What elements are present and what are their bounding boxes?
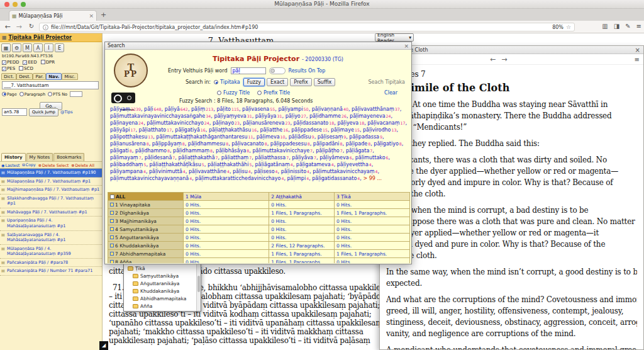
search-result-word[interactable]: pāḷiyaṃ2239 (110, 106, 141, 112)
search-result-word[interactable]: pāḷiyo27 (286, 113, 306, 119)
history-item[interactable]: Majjhimapaṇṇāsa Pāḷi / 7. Vatthasuttaṃ #… (0, 186, 102, 195)
result-book-cell[interactable]: 2 Dīghanikāya (108, 209, 184, 217)
search-result-word[interactable]: pāḷiatthassa7 (255, 155, 289, 161)
search-result-word[interactable]: pāḷidesanā7 (145, 155, 175, 161)
result-hits-cell[interactable]: 0 Hits. (184, 242, 269, 250)
scrollbar-thumb[interactable] (197, 276, 200, 292)
result-hits-cell[interactable]: 1 Files, 1 Paragraphs. (334, 250, 409, 258)
book-checkbox[interactable] (110, 219, 114, 223)
search-result-word[interactable]: pāḷiaṭṭhakathā7 (178, 155, 218, 161)
more-results-link[interactable]: > 99 ... (363, 176, 382, 181)
copy-button[interactable]: ⧉Copy (22, 162, 35, 167)
forward-button[interactable]: → (14, 23, 24, 31)
result-hits-cell[interactable]: 0 Hits. (184, 225, 269, 234)
column-header[interactable]: 3 Ṭīkā (334, 193, 409, 201)
result-book-cell[interactable]: 4 Samyuttanikāya (108, 225, 184, 234)
search-result-word[interactable]: pāḷidassanato18 (294, 120, 335, 126)
result-hits-cell[interactable]: 0 Hits. (184, 234, 269, 242)
book-checkbox[interactable] (110, 260, 114, 264)
sidebar-toggle-icon[interactable]: ◨ (614, 23, 619, 30)
history-item[interactable]: Sīlakkhandhavagga Pāḷi / 7. Vatthasuttaṃ… (0, 195, 102, 208)
search-result-word[interactable]: pāḷiyāva7 (292, 155, 316, 161)
search-result-word[interactable]: pāḷimuttakavinicchaye7 (252, 148, 313, 154)
sidebar-tab-nav[interactable]: Nav. (46, 73, 62, 80)
exact-button[interactable]: Exact (267, 78, 288, 86)
radio-paragraph[interactable]: Paragraph (19, 92, 45, 97)
tree-item[interactable]: Saṃyuttanikāya (124, 272, 201, 279)
search-result-word[interactable]: pāḷipadāni8 (313, 141, 343, 147)
sidebar-tab-dict[interactable]: Dict. (1, 73, 16, 80)
search-result-word[interactable]: pāḷimuttakaṭṭhakathāganthantaresu11 (156, 134, 253, 140)
history-item[interactable]: Mūlapaṇṇāsa Pāḷi / 4. Mahāsaḷāyatanasutt… (0, 245, 102, 259)
reload-button[interactable]: ↻ (26, 23, 36, 30)
tree-item[interactable]: Aṅguttaranikāya (124, 279, 201, 287)
window-minimize-button[interactable] (13, 2, 18, 7)
scope-tipitaka-radio[interactable]: Tipitaka (214, 79, 240, 85)
tab-close-icon[interactable]: × (89, 13, 94, 19)
history-item[interactable]: Saḷāyatanavagga Pāḷi / 4. Mahāsaḷāyatana… (0, 231, 102, 245)
search-result-word[interactable]: pāḷinayena24 (110, 120, 143, 126)
prefix-button[interactable]: Prefix (290, 78, 312, 86)
tree-item[interactable]: Khuddakanikāya (124, 287, 201, 295)
search-result-word[interactable]: pāḷidhammesu8 (188, 141, 228, 147)
pts-number-input[interactable] (70, 91, 82, 97)
checkbox-pedd[interactable]: ✓PEDD (2, 60, 19, 65)
search-result-word[interactable]: pāḷidhammo8 (135, 148, 170, 154)
bookmark-star-icon[interactable]: ☆ (566, 24, 571, 30)
result-hits-cell[interactable]: 0 Hits. (269, 225, 335, 234)
address-bar[interactable]: i file:///mnt/Data/Git/Tipitaka-Pali-Pro… (39, 23, 575, 31)
search-result-word[interactable]: pāḷivaṇṇanā40 (312, 106, 348, 112)
panel-tab-bookmarks[interactable]: Bookmarks (53, 153, 84, 161)
checkbox-scd[interactable]: SCD (19, 66, 33, 71)
search-result-word[interactable]: pāḷippāyaṃ8 (152, 141, 185, 147)
search-result-word[interactable]: pāḷidhammaṃ8 (173, 148, 213, 154)
search-result-word[interactable]: pāḷianusāreneva23 (243, 120, 290, 126)
result-hits-cell[interactable]: 0 Hits. (269, 201, 335, 209)
result-book-cell[interactable]: 7 Abhidhammapitaka (108, 250, 184, 258)
search-result-word[interactable]: pāḷimuttakavinicchayaṃ4 (313, 169, 377, 174)
checkbox-dpr[interactable]: DPR (41, 60, 55, 65)
window-zoom-button[interactable] (21, 2, 26, 7)
menu-icon[interactable]: ≡ (635, 56, 640, 63)
search-result-word[interactable]: pāḷiaṭṭhakathāhi5 (208, 162, 252, 167)
radio-pts-no[interactable]: PTS No (48, 92, 67, 97)
result-hits-cell[interactable]: 1 Files, 1 Paragraphs. (269, 250, 335, 258)
search-result-word[interactable]: pāḷiṃ213 (191, 106, 213, 112)
search-result-word[interactable]: pāḷivacanato8 (231, 141, 267, 147)
history-item[interactable]: Mūlapaṇṇāsa Pāḷi / 7. Vatthasuttaṃ #p190 (0, 169, 102, 178)
suffix-button[interactable]: Suffix (314, 78, 336, 86)
result-hits-cell[interactable]: 0 Hits. (184, 258, 269, 264)
result-hits-cell[interactable]: 0 Hits. (269, 217, 335, 225)
result-hits-cell[interactable]: 0 Hits. (184, 250, 269, 258)
result-book-cell[interactable]: 5 Anguttaranikāya (108, 234, 184, 242)
library-icon[interactable]: ▥ (602, 23, 608, 30)
hamburger-menu-icon[interactable]: ≡ (636, 23, 641, 30)
book-checkbox[interactable] (110, 244, 114, 247)
search-result-word[interactable]: pāḷipadassa9 (349, 134, 382, 140)
search-result-word[interactable]: pāḷivirodho13 (363, 127, 397, 133)
search-result-word[interactable]: pāḷivavatthānaṃ37 (352, 106, 400, 112)
quick-jump-button[interactable]: Quick Jump (29, 108, 58, 116)
tree-scrollbar[interactable] (196, 264, 201, 311)
book-checkbox[interactable] (110, 211, 114, 215)
search-result-word[interactable]: pāḷimuttakavinayavinicchayasaṅgahe34 (110, 113, 211, 119)
book-checkbox[interactable] (110, 235, 114, 239)
search-result-word[interactable]: pāḷigatiyā16 (175, 127, 206, 133)
toolbar-button-e[interactable]: E (55, 43, 64, 52)
delete-select-button[interactable]: ⊗Delete Select (38, 163, 69, 167)
search-result-word[interactable]: pāḷiseso4 (254, 169, 278, 174)
reader-select[interactable]: English Reader ▾ (375, 33, 414, 42)
title-option-prefix-title[interactable]: Prefix Title (257, 90, 290, 96)
close-icon[interactable]: × (635, 47, 640, 54)
search-result-word[interactable]: pāḷiyevettha4 (337, 162, 372, 167)
result-hits-cell[interactable]: 2 Files, 12 Paragraphs. (269, 242, 335, 250)
search-result-word[interactable]: pāḷiaṭṭhakathāṭīkāsu5 (150, 162, 204, 167)
sidebar-tab-dest[interactable]: Dest. (16, 73, 33, 80)
search-result-word[interactable]: pāḷigatidassanato4 (312, 176, 360, 181)
search-result-word[interactable]: pāḷiāgatānaṃ4 (255, 162, 292, 167)
zoom-level[interactable]: 80% (552, 25, 564, 30)
search-result-word[interactable]: pāḷimayeneva24 (350, 113, 391, 119)
layout-grid-button[interactable]: ▦ (1, 43, 11, 52)
search-result-word[interactable]: pāḷiatthaṃ7 (221, 155, 252, 161)
sidebar-tab-misc[interactable]: Misc. (62, 73, 78, 80)
